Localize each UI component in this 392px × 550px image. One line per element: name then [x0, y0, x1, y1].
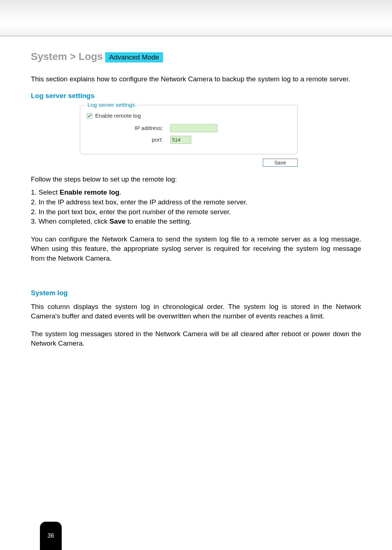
save-button[interactable]: Save — [263, 159, 298, 167]
page-number-tab: 36 — [40, 522, 62, 550]
section-heading-system-log: System log — [31, 289, 361, 297]
mode-badge: Advanced Mode — [105, 52, 163, 62]
section-heading-log-server: Log server settings — [31, 92, 361, 100]
ip-address-input[interactable] — [170, 124, 217, 132]
port-label: port: — [87, 137, 170, 143]
breadcrumb-row: System > Logs Advanced Mode — [31, 51, 361, 64]
system-log-p1: This column displays the system log in c… — [31, 302, 361, 321]
ip-address-label: IP address: — [87, 125, 170, 131]
fieldset-legend: Log server settings — [85, 102, 137, 108]
steps-intro: Follow the steps below to set up the rem… — [31, 175, 361, 183]
enable-remote-log-checkbox[interactable] — [87, 113, 92, 119]
checkmark-icon — [87, 114, 91, 118]
port-input[interactable] — [170, 136, 191, 144]
step-2a: 2. In the IP address text box, enter the… — [31, 197, 361, 207]
step-2b: 2. In the port text box, enter the port … — [31, 207, 361, 217]
step-1: 1. Select Enable remote log. — [31, 188, 361, 197]
breadcrumb: System > Logs — [31, 51, 103, 62]
steps-list: 1. Select Enable remote log. 2. In the I… — [31, 188, 361, 226]
log-server-settings-panel: Log server settings Enable remote log IP… — [80, 105, 298, 167]
intro-text: This section explains how to configure t… — [31, 74, 361, 84]
system-log-p2: The system log messages stored in the Ne… — [31, 329, 361, 349]
enable-remote-log-label: Enable remote log — [95, 113, 141, 119]
page-number: 36 — [48, 533, 54, 539]
step-3: 3. When completed, click Save to enable … — [31, 217, 361, 227]
remote-note: You can configure the Network Camera to … — [31, 235, 361, 264]
page-header-banner — [0, 0, 392, 36]
